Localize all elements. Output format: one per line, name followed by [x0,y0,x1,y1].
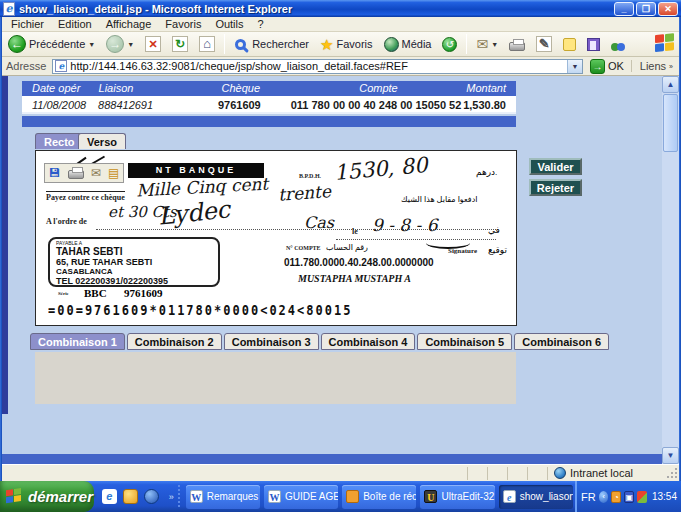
tab-combinaison-2[interactable]: Combinaison 2 [127,333,222,350]
quicklaunch-chevron-icon[interactable]: » [169,492,174,502]
favorites-label: Favoris [336,38,372,50]
menu-edition[interactable]: Edition [51,18,99,30]
search-label: Rechercher [252,38,309,50]
start-button[interactable]: démarrer [0,481,94,512]
save-image-icon[interactable]: 💾︎ [49,167,61,179]
back-button[interactable]: ← Précédente ▼ [4,34,99,54]
place-handwriting: Cas [304,213,334,232]
address-bar: Adresse e ▼ → OK Liens » [0,57,681,76]
quicklaunch-media-icon[interactable] [144,489,159,504]
word-icon: W [190,490,203,503]
scrollbar-thumb[interactable] [663,94,678,152]
notes-button[interactable] [559,37,580,52]
header-montant: Montant [466,81,516,96]
task-guide[interactable]: W GUIDE AGE... [264,485,338,509]
status-main [2,465,467,481]
mail-button[interactable]: ✉ ▼ [472,35,502,53]
search-button[interactable]: Rechercher [230,37,313,52]
minimize-button[interactable]: _ [614,2,634,16]
tab-combinaison-3[interactable]: Combinaison 3 [224,333,319,350]
task-remarques[interactable]: W Remarques ... [186,485,260,509]
task-label: show_liason... [520,491,573,502]
liaison-table: Date opér Liaison Chèque Compte Montant … [22,81,516,114]
header-liaison: Liaison [99,81,191,96]
tab-combinaison-1[interactable]: Combinaison 1 [30,333,125,350]
rejeter-button[interactable]: Rejeter [529,179,582,196]
print-image-icon[interactable] [68,170,84,179]
vertical-scrollbar[interactable]: ▲ ▼ [662,76,679,464]
cheque-image: 💾︎ ✉ ▤ NT BANQUE B.P.D.H. 1530, 80 درهم.… [35,150,517,326]
address-dropdown-icon[interactable]: ▼ [567,60,582,73]
valider-button[interactable]: Valider [529,158,582,175]
mail-dropdown-icon[interactable]: ▼ [491,41,498,48]
folder-image-icon[interactable]: ▤ [108,167,119,179]
serie-label: Série [58,291,69,296]
language-indicator[interactable]: FR [581,491,596,503]
tab-verso[interactable]: Verso [78,133,126,149]
account-holder: MUSTAPHA MUSTAPH A [298,273,411,284]
blue-band-bottom [2,454,662,464]
forward-dropdown-icon[interactable]: ▼ [127,41,134,48]
blue-band [22,116,516,127]
date-handwriting: 9 - 8 - 6 [372,215,438,235]
resize-grip[interactable] [665,466,679,480]
tray-msn-icon[interactable] [637,491,647,503]
close-button[interactable]: ✕ [658,2,678,16]
address-input-box: e ▼ [52,59,583,74]
table-row[interactable]: 11/08/2008 888412691 9761609 011 780 00 … [22,96,516,114]
status-bar: Intranet local [2,464,679,481]
task-inbox[interactable]: Boîte de réc... [342,485,416,509]
windows-flag-icon [6,488,23,505]
messenger-button[interactable] [607,36,631,52]
tray-back-icon[interactable]: ‹ [599,491,609,503]
quicklaunch-app-icon[interactable] [123,489,138,504]
messenger-icon [611,37,627,51]
task-ultraedit[interactable]: U UltraEdit-32 ... [420,485,494,509]
ie-icon: e [503,490,516,503]
menu-fichier[interactable]: Fichier [4,18,51,30]
address-input[interactable] [70,60,564,73]
menu-affichage[interactable]: Affichage [99,18,159,30]
tray-clock-icon[interactable]: ◔ [611,491,621,503]
print-button[interactable] [505,36,529,52]
tab-recto[interactable]: Recto [35,133,84,149]
intranet-globe-icon [554,467,566,479]
menu-favoris[interactable]: Favoris [158,18,208,30]
menu-aide[interactable]: ? [251,18,271,30]
menu-outils[interactable]: Outils [208,18,250,30]
media-button[interactable]: Média [380,36,436,53]
history-button[interactable]: ↺ [438,36,461,53]
notes-icon [563,38,576,51]
task-label: GUIDE AGE... [285,491,338,502]
page-content: Date opér Liaison Chèque Compte Montant … [2,76,679,464]
task-show-liaison[interactable]: e show_liason... [499,485,573,509]
cell-montant: 1,530.80 [463,96,516,112]
taskbar-separator [178,485,180,509]
edit-button[interactable]: ✎ [532,35,556,53]
links-button[interactable]: Liens » [631,60,677,72]
header-compte: Compte [291,81,467,96]
system-tray: FR ‹ ◔ ▣ 13:54 [575,481,681,512]
mail-image-icon[interactable]: ✉ [91,167,101,179]
maximize-button[interactable]: ❐ [636,2,656,16]
refresh-button[interactable]: ↻ [168,35,192,53]
tray-network-icon[interactable]: ▣ [624,491,634,503]
cell-cheque: 9761609 [190,96,289,112]
scroll-up-icon[interactable]: ▲ [662,76,679,93]
tab-combinaison-6[interactable]: Combinaison 6 [514,333,609,350]
tab-combinaison-4[interactable]: Combinaison 4 [321,333,416,350]
quicklaunch-ie-icon[interactable]: e [102,489,117,504]
print-icon [509,42,525,51]
tab-combinaison-5[interactable]: Combinaison 5 [417,333,512,350]
page-icon: e [55,60,67,72]
scroll-down-icon[interactable]: ▼ [662,447,679,464]
go-button[interactable]: → OK [587,59,627,74]
currency-arabic: درهم. [476,167,497,177]
research-button[interactable] [583,37,604,52]
forward-button[interactable]: → ▼ [102,34,138,54]
favorites-button[interactable]: ★ Favoris [316,36,377,53]
home-button[interactable]: ⌂ [195,35,219,53]
back-dropdown-icon[interactable]: ▼ [88,41,95,48]
security-zone: Intranet local [547,467,665,480]
stop-button[interactable]: ✕ [141,35,165,53]
